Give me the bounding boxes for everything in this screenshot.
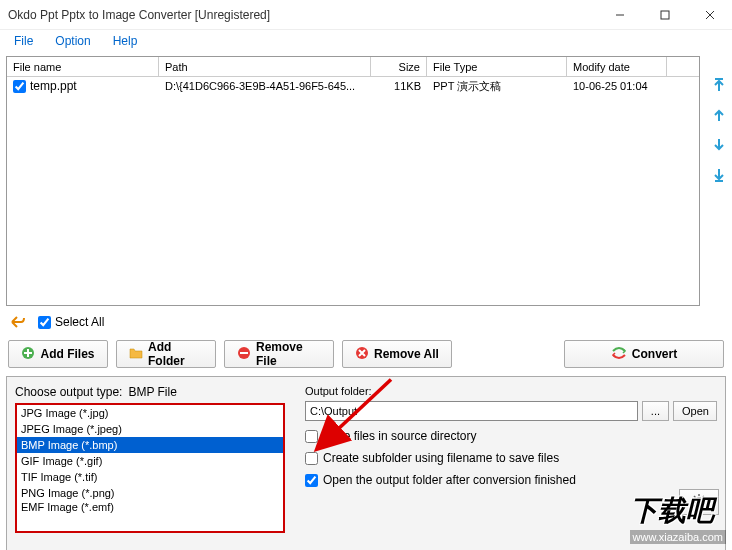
svg-line-12 — [694, 496, 696, 498]
type-jpg[interactable]: JPG Image (*.jpg) — [17, 405, 283, 421]
maximize-button[interactable] — [642, 0, 687, 30]
col-modifydate[interactable]: Modify date — [567, 57, 667, 76]
svg-line-15 — [703, 496, 705, 498]
svg-line-14 — [694, 504, 696, 506]
menu-help[interactable]: Help — [103, 32, 148, 50]
add-files-label: Add Files — [40, 347, 94, 361]
convert-icon — [611, 345, 627, 364]
window-title: Okdo Ppt Pptx to Image Converter [Unregi… — [8, 8, 270, 22]
col-size[interactable]: Size — [371, 57, 427, 76]
move-bottom-icon[interactable] — [710, 166, 728, 184]
row-size: 11KB — [371, 77, 427, 95]
plus-icon — [21, 346, 35, 363]
type-jpeg[interactable]: JPEG Image (*.jpeg) — [17, 421, 283, 437]
remove-all-label: Remove All — [374, 347, 439, 361]
x-icon — [355, 346, 369, 363]
create-subfolder-label: Create subfolder using filename to save … — [323, 451, 559, 465]
output-folder-input[interactable] — [305, 401, 638, 421]
create-subfolder-checkbox[interactable] — [305, 452, 318, 465]
add-files-button[interactable]: Add Files — [8, 340, 108, 368]
move-top-icon[interactable] — [710, 76, 728, 94]
add-folder-label: Add Folder — [148, 340, 203, 368]
menu-option[interactable]: Option — [45, 32, 100, 50]
convert-label: Convert — [632, 347, 677, 361]
move-up-icon[interactable] — [710, 106, 728, 124]
type-tif[interactable]: TIF Image (*.tif) — [17, 469, 283, 485]
row-date: 10-06-25 01:04 — [567, 77, 667, 95]
table-row[interactable]: temp.ppt D:\{41D6C966-3E9B-4A51-96F5-645… — [7, 77, 699, 95]
type-emf[interactable]: EMF Image (*.emf) — [17, 499, 283, 515]
folder-icon — [129, 346, 143, 363]
row-filename: temp.ppt — [30, 79, 77, 93]
close-button[interactable] — [687, 0, 732, 30]
browse-button[interactable]: ... — [642, 401, 669, 421]
menu-file[interactable]: File — [4, 32, 43, 50]
save-in-source-label: Save files in source directory — [323, 429, 476, 443]
output-type-current: BMP File — [128, 385, 176, 399]
col-path[interactable]: Path — [159, 57, 371, 76]
output-type-list[interactable]: JPG Image (*.jpg) JPEG Image (*.jpeg) BM… — [15, 403, 285, 533]
type-bmp[interactable]: BMP Image (*.bmp) — [17, 437, 283, 453]
svg-point-7 — [696, 498, 702, 504]
minimize-button[interactable] — [597, 0, 642, 30]
output-folder-label: Output folder: — [305, 385, 717, 397]
svg-line-13 — [703, 504, 705, 506]
selectall-checkbox[interactable] — [38, 316, 51, 329]
move-down-icon[interactable] — [710, 136, 728, 154]
back-arrow-icon[interactable] — [8, 312, 28, 332]
output-type-label: Choose output type: — [15, 385, 122, 399]
remove-file-button[interactable]: Remove File — [224, 340, 334, 368]
remove-file-label: Remove File — [256, 340, 321, 368]
svg-rect-1 — [661, 11, 669, 19]
gear-icon — [691, 493, 707, 512]
type-gif[interactable]: GIF Image (*.gif) — [17, 453, 283, 469]
open-folder-button[interactable]: Open — [673, 401, 717, 421]
save-in-source-checkbox[interactable] — [305, 430, 318, 443]
minus-icon — [237, 346, 251, 363]
add-folder-button[interactable]: Add Folder — [116, 340, 216, 368]
row-type: PPT 演示文稿 — [427, 77, 567, 95]
row-path: D:\{41D6C966-3E9B-4A51-96F5-645... — [159, 77, 371, 95]
file-list[interactable]: File name Path Size File Type Modify dat… — [6, 56, 700, 306]
open-after-checkbox[interactable] — [305, 474, 318, 487]
convert-button[interactable]: Convert — [564, 340, 724, 368]
col-extra[interactable] — [667, 57, 699, 76]
settings-button[interactable] — [679, 489, 719, 515]
col-filename[interactable]: File name — [7, 57, 159, 76]
remove-all-button[interactable]: Remove All — [342, 340, 452, 368]
row-checkbox[interactable] — [13, 80, 26, 93]
col-filetype[interactable]: File Type — [427, 57, 567, 76]
open-after-label: Open the output folder after conversion … — [323, 473, 576, 487]
selectall-label: Select All — [55, 315, 104, 329]
